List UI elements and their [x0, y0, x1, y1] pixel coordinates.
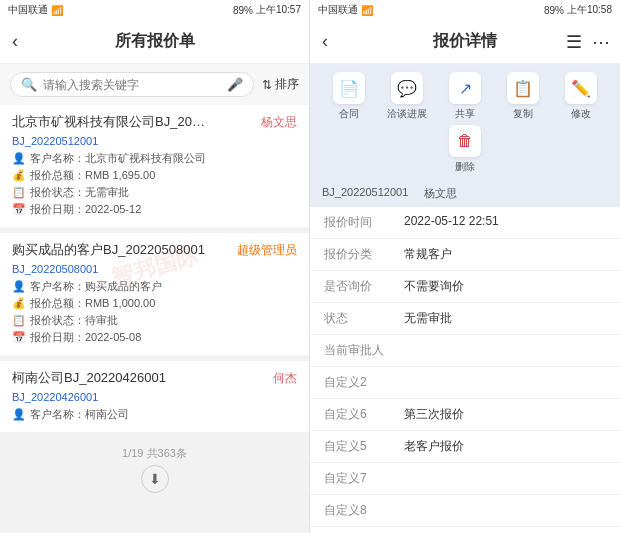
right-panel: 中国联通 📶 89% 上午10:58 ‹ 报价详情 ☰ ⋯ 📄 合同 💬 洽谈进… [310, 0, 620, 533]
item-sub-id: BJ_20220512001 [12, 135, 297, 147]
search-input-wrap[interactable]: 🔍 🎤 [10, 72, 254, 97]
left-nav-title: 所有报价单 [115, 31, 195, 52]
detail-card: 报价时间 2022-05-12 22:51 报价分类 常规客户 是否询价 不需要… [310, 207, 620, 533]
item-sub-id: BJ_20220508001 [12, 263, 297, 275]
detail-header-info: BJ_20220512001 杨文思 [310, 180, 620, 207]
progress-label: 洽谈进展 [387, 107, 427, 121]
action-row-2: 🗑 删除 [310, 123, 620, 176]
copy-action[interactable]: 📋 复制 [503, 72, 543, 121]
detail-value: 2022-05-12 22:51 [404, 214, 606, 228]
share-label: 共享 [455, 107, 475, 121]
edit-label: 修改 [571, 107, 591, 121]
item-field: 报价总额：RMB 1,695.00 [30, 168, 155, 183]
sort-label: 排序 [275, 76, 299, 93]
signal-right: 📶 [361, 5, 373, 16]
more-icon[interactable]: ⋯ [592, 31, 610, 53]
detail-row: 自定义5 老客户报价 [310, 431, 620, 463]
copy-label: 复制 [513, 107, 533, 121]
item-field: 客户名称：北京市矿视科技有限公司 [30, 151, 206, 166]
list-item[interactable]: 购买成品的客户BJ_20220508001 超级管理员 BJ_202205080… [0, 233, 309, 355]
search-input[interactable] [43, 78, 221, 92]
person-icon: 👤 [12, 280, 26, 293]
mic-icon[interactable]: 🎤 [227, 77, 243, 92]
detail-row: 当前审批人 [310, 335, 620, 367]
detail-label: 状态 [324, 310, 404, 327]
sort-icon: ⇅ [262, 78, 272, 92]
item-field: 报价状态：待审批 [30, 313, 118, 328]
detail-value: 无需审批 [404, 310, 606, 327]
contract-label: 合同 [339, 107, 359, 121]
item-title: 购买成品的客户BJ_20220508001 [12, 241, 212, 259]
date-icon: 📅 [12, 331, 26, 344]
quote-list: 北京市矿视科技有限公司BJ_2022051... 杨文思 BJ_20220512… [0, 105, 309, 533]
detail-label: 是否询价 [324, 278, 404, 295]
action-bar: 📄 合同 💬 洽谈进展 ↗ 共享 📋 复制 ✏️ 修改 🗑 [310, 64, 620, 180]
detail-person: 杨文思 [424, 186, 457, 201]
detail-label: 报价时间 [324, 214, 404, 231]
back-button-left[interactable]: ‹ [12, 31, 18, 52]
share-icon: ↗ [449, 72, 481, 104]
search-bar: 🔍 🎤 ⇅ 排序 [0, 64, 309, 105]
detail-row: 报价时间 2022-05-12 22:51 [310, 207, 620, 239]
left-nav-bar: ‹ 所有报价单 [0, 20, 309, 64]
delete-label: 删除 [455, 160, 475, 174]
contract-action[interactable]: 📄 合同 [329, 72, 369, 121]
detail-row: 自定义7 [310, 463, 620, 495]
back-button-right[interactable]: ‹ [322, 31, 328, 52]
sort-button[interactable]: ⇅ 排序 [262, 76, 299, 93]
battery-left: 89% [233, 5, 253, 16]
battery-right: 89% [544, 5, 564, 16]
money-icon: 💰 [12, 297, 26, 310]
detail-row: 状态 无需审批 [310, 303, 620, 335]
item-title: 柯南公司BJ_20220426001 [12, 369, 212, 387]
person-icon: 👤 [12, 408, 26, 421]
item-field: 报价日期：2022-05-12 [30, 202, 141, 217]
detail-value: 不需要询价 [404, 278, 606, 295]
detail-label: 当前审批人 [324, 342, 404, 359]
action-row-1: 📄 合同 💬 洽谈进展 ↗ 共享 📋 复制 ✏️ 修改 [310, 70, 620, 123]
status-icon: 📋 [12, 314, 26, 327]
person-icon: 👤 [12, 152, 26, 165]
list-footer: 1/19 共363条 ⬇ [0, 438, 309, 497]
detail-label: 自定义8 [324, 502, 404, 519]
time-left: 上午10:57 [256, 3, 301, 17]
contract-icon: 📄 [333, 72, 365, 104]
detail-label: 自定义5 [324, 438, 404, 455]
detail-row: 自定义8 [310, 495, 620, 527]
download-button[interactable]: ⬇ [141, 465, 169, 493]
detail-row: 自定义6 第三次报价 [310, 399, 620, 431]
detail-label: 自定义6 [324, 406, 404, 423]
detail-row: 自定义2 [310, 367, 620, 399]
delete-icon: 🗑 [449, 125, 481, 157]
item-field: 报价总额：RMB 1,000.00 [30, 296, 155, 311]
detail-label: 报价分类 [324, 246, 404, 263]
item-field: 客户名称：购买成品的客户 [30, 279, 162, 294]
detail-section: BJ_20220512001 杨文思 报价时间 2022-05-12 22:51… [310, 180, 620, 533]
progress-action[interactable]: 💬 洽谈进展 [387, 72, 427, 121]
left-panel: 中国联通 📶 89% 上午10:57 ‹ 所有报价单 🔍 🎤 ⇅ 排序 北京市矿… [0, 0, 310, 533]
time-right: 上午10:58 [567, 3, 612, 17]
item-field: 报价日期：2022-05-08 [30, 330, 141, 345]
status-bar-left: 中国联通 📶 89% 上午10:57 [0, 0, 309, 20]
share-action[interactable]: ↗ 共享 [445, 72, 485, 121]
signal-left: 📶 [51, 5, 63, 16]
edit-icon: ✏️ [565, 72, 597, 104]
detail-value: 第三次报价 [404, 406, 606, 423]
carrier-right: 中国联通 [318, 3, 358, 17]
detail-row: 是否询价 不需要询价 [310, 271, 620, 303]
list-item[interactable]: 柯南公司BJ_20220426001 何杰 BJ_20220426001 👤客户… [0, 361, 309, 432]
carrier-left: 中国联通 [8, 3, 48, 17]
detail-label: 自定义2 [324, 374, 404, 391]
item-sub-id: BJ_20220426001 [12, 391, 297, 403]
menu-icon[interactable]: ☰ [566, 31, 582, 53]
detail-value: 常规客户 [404, 246, 606, 263]
detail-row: 报价分类 常规客户 [310, 239, 620, 271]
detail-id: BJ_20220512001 [322, 186, 408, 201]
edit-action[interactable]: ✏️ 修改 [561, 72, 601, 121]
pagination-text: 1/19 共363条 [0, 446, 309, 461]
search-icon: 🔍 [21, 77, 37, 92]
item-user: 何杰 [273, 370, 297, 387]
list-item[interactable]: 北京市矿视科技有限公司BJ_2022051... 杨文思 BJ_20220512… [0, 105, 309, 227]
delete-action[interactable]: 🗑 删除 [445, 125, 485, 174]
item-field: 报价状态：无需审批 [30, 185, 129, 200]
